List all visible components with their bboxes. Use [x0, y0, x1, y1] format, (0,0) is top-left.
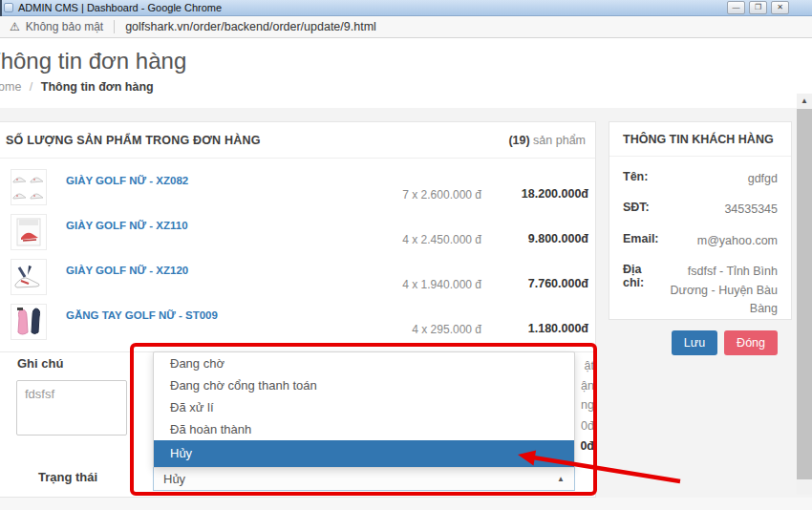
order-card-title: SỐ LƯỢNG SẢN PHẨM TRONG ĐƠN HÀNG	[6, 134, 261, 147]
clipped-total-fragment: 0đ	[580, 439, 594, 453]
dropdown-option-dang-cho[interactable]: Đang chờ	[154, 352, 574, 374]
product-total: 18.200.000đ	[522, 187, 588, 201]
note-label: Ghi chú	[17, 356, 63, 371]
scrollbar-thumb[interactable]	[797, 109, 812, 479]
product-total: 7.760.000đ	[528, 277, 588, 290]
table-row: GIÀY GOLF NỮ - XZ110 4 x 2.450.000 đ 9.8…	[0, 208, 595, 253]
breadcrumb: Home / Thông tin đơn hàng	[0, 80, 154, 94]
clipped-amount-fragment: 0đ	[581, 419, 594, 433]
product-qty-price: 7 x 2.600.000 đ	[402, 188, 481, 202]
product-thumbnail-white-shoes-grid-icon[interactable]	[11, 169, 47, 205]
status-select[interactable]: Hủy ▲	[153, 467, 575, 491]
product-total: 1.180.000đ	[528, 322, 588, 335]
table-row: GIÀY GOLF NỮ - XZ082 7 x 2.600.000 đ 18.…	[0, 163, 595, 208]
dropdown-option-da-hoan-thanh[interactable]: Đã hoàn thành	[154, 418, 574, 440]
window-edge	[0, 0, 2, 16]
bottom-strip	[0, 498, 812, 510]
customer-card-title: THÔNG TIN KHÁCH HÀNG	[609, 122, 791, 157]
close-panel-button[interactable]: Đóng	[724, 330, 778, 355]
field-label: Email:	[623, 232, 659, 250]
field-value: 34535345	[724, 201, 778, 219]
status-label: Trạng thái	[38, 470, 97, 484]
status-dropdown-list: Đang chờ Đang chờ cổng thanh toán Đã xử …	[153, 351, 575, 468]
clipped-text-fragment: ật	[585, 359, 594, 372]
customer-info-card: THÔNG TIN KHÁCH HÀNG Tên: gdfgd SĐT: 345…	[609, 121, 792, 320]
clipped-text-fragment: ng	[581, 398, 594, 412]
dropdown-option-da-xu-li[interactable]: Đã xử lí	[154, 396, 574, 418]
table-row: GĂNG TAY GOLF NỮ - ST009 4 x 295.000 đ 1…	[0, 298, 595, 343]
product-thumbnail-white-shoe-icon[interactable]	[11, 259, 47, 295]
page-title: Thông tin đơn hàng	[0, 48, 186, 74]
vertical-scrollbar[interactable]: ▲	[797, 94, 812, 495]
url-text[interactable]: golfshark.vn/order/backend/order/update/…	[125, 20, 376, 33]
address-separator	[114, 20, 115, 33]
table-row: GIÀY GOLF NỮ - XZ120 4 x 1.940.000 đ 7.7…	[0, 253, 595, 298]
product-qty-price: 4 x 2.450.000 đ	[402, 233, 481, 246]
customer-field-phone: SĐT: 34535345	[623, 201, 778, 219]
save-button[interactable]: Lưu	[672, 330, 717, 355]
security-warning-label[interactable]: Không bảo mật	[26, 20, 103, 33]
product-link[interactable]: GIÀY GOLF NỮ - XZ120	[66, 265, 188, 276]
order-card-header: SỐ LƯỢNG SẢN PHẨM TRONG ĐƠN HÀNG (19) sả…	[0, 122, 595, 159]
chrome-favicon-icon	[4, 3, 13, 12]
chevron-up-icon: ▲	[557, 475, 565, 483]
product-link[interactable]: GIÀY GOLF NỮ - XZ082	[66, 175, 188, 186]
product-link[interactable]: GĂNG TAY GOLF NỮ - ST009	[66, 309, 218, 321]
breadcrumb-current: Thông tin đơn hàng	[41, 80, 154, 94]
breadcrumb-home-link[interactable]: Home	[0, 80, 21, 94]
field-value: fsdfsf - Tỉnh Bình Dương - Huyện Bàu Bàn…	[657, 263, 778, 318]
warning-triangle-icon[interactable]: ⚠	[10, 20, 20, 33]
product-thumbnail-shoe-box-icon[interactable]	[11, 214, 47, 250]
customer-field-name: Tên: gdfgd	[623, 170, 778, 188]
product-total: 9.800.000đ	[528, 232, 588, 245]
dropdown-option-huy-selected[interactable]: Hủy	[154, 440, 574, 467]
product-count-suffix: sản phẩm	[530, 134, 586, 147]
product-thumbnail-gloves-icon[interactable]	[11, 304, 47, 340]
note-textarea[interactable]: fdsfsf	[16, 380, 127, 436]
clipped-text-fragment: ận	[581, 379, 594, 393]
product-link[interactable]: GIÀY GOLF NỮ - XZ110	[66, 220, 188, 231]
window-titlebar: ADMIN CMS | Dashboard - Google Chrome — …	[0, 0, 812, 16]
scroll-up-arrow-icon[interactable]: ▲	[797, 94, 812, 109]
field-label: Tên:	[623, 170, 648, 188]
customer-field-email: Email: m@yahoo.com	[623, 232, 778, 250]
address-bar[interactable]: ⚠ Không bảo mật golfshark.vn/order/backe…	[0, 16, 812, 38]
field-value: m@yahoo.com	[697, 232, 778, 250]
close-button[interactable]: ✕	[771, 1, 789, 14]
field-label: SĐT:	[623, 201, 650, 219]
customer-field-address: Địa chỉ: fsdfsf - Tỉnh Bình Dương - Huyệ…	[623, 263, 778, 318]
field-label: Địa chỉ:	[623, 263, 653, 318]
product-count: (19) sản phẩm	[508, 134, 586, 147]
minimize-button[interactable]: —	[727, 1, 745, 14]
breadcrumb-separator: /	[30, 80, 32, 94]
product-qty-price: 4 x 295.000 đ	[412, 323, 481, 336]
restore-button[interactable]: ❐	[749, 1, 767, 14]
product-qty-price: 4 x 1.940.000 đ	[402, 278, 481, 291]
browser-window: ADMIN CMS | Dashboard - Google Chrome — …	[0, 0, 812, 510]
dropdown-option-dang-cho-cong-thanh-toan[interactable]: Đang chờ cổng thanh toán	[154, 374, 574, 396]
status-select-value: Hủy	[163, 472, 185, 486]
product-count-number: (19)	[508, 134, 529, 147]
window-title: ADMIN CMS | Dashboard - Google Chrome	[18, 2, 222, 13]
field-value: gdfgd	[748, 170, 778, 188]
